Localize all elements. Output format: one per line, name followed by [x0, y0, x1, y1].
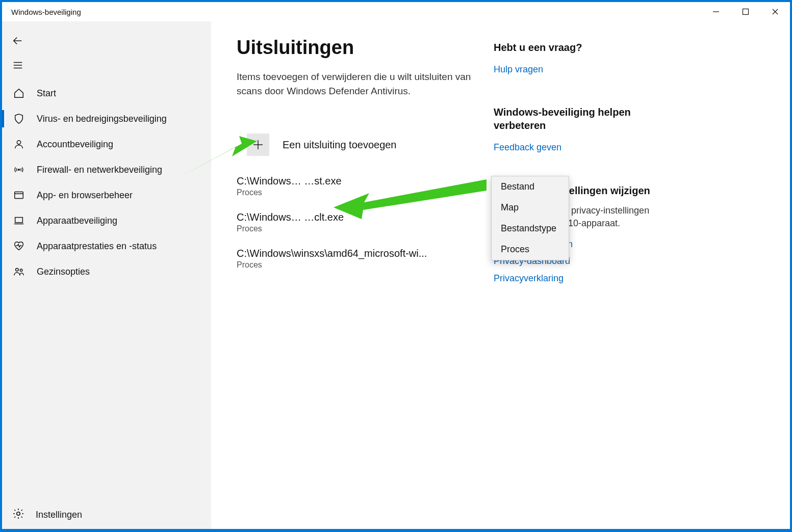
svg-point-16 — [17, 512, 20, 515]
window-controls — [701, 2, 790, 21]
gear-icon — [12, 508, 24, 522]
sidebar-item-label: Virus- en bedreigingsbeveiliging — [37, 114, 167, 124]
improve-heading: Windows-beveiliging helpen verbeteren — [494, 105, 667, 132]
exclusion-item[interactable]: C:\Windows\winsxs\amd64_microsoft-wi... … — [237, 248, 481, 270]
laptop-icon — [12, 215, 25, 226]
sidebar-item-label: Gezinsopties — [37, 267, 90, 277]
page-description: Items toevoegen of verwijderen die u wil… — [237, 70, 481, 98]
maximize-button[interactable] — [731, 2, 760, 21]
svg-rect-10 — [15, 192, 23, 199]
home-icon — [12, 88, 25, 99]
add-exclusion-row[interactable]: Een uitsluiting toevoegen — [237, 134, 481, 156]
sidebar-item-start[interactable]: Start — [2, 81, 211, 106]
sidebar-item-health[interactable]: Apparaatprestaties en -status — [2, 233, 211, 259]
sidebar-item-label: Apparaatbeveiliging — [37, 216, 117, 226]
feedback-link[interactable]: Feedback geven — [494, 139, 667, 156]
sidebar-item-label: Accountbeveiliging — [37, 139, 113, 150]
sidebar: Start Virus- en bedreigingsbeveiliging A… — [2, 21, 211, 529]
page-title: Uitsluitingen — [237, 37, 481, 59]
titlebar: Windows-beveiliging — [2, 2, 790, 21]
exclusion-type-dropdown: Bestand Map Bestandstype Proces — [491, 176, 569, 260]
people-icon — [12, 266, 25, 277]
exclusion-item[interactable]: C:\Windows… …clt.exe Proces — [237, 211, 481, 233]
sidebar-item-virus[interactable]: Virus- en bedreigingsbeveiliging — [2, 106, 211, 131]
signal-icon — [12, 164, 25, 175]
help-section: Hebt u een vraag? Hulp vragen — [494, 41, 667, 78]
sidebar-item-label: Start — [37, 88, 56, 99]
window-icon — [12, 190, 25, 201]
sidebar-item-firewall[interactable]: Firewall- en netwerkbeveiliging — [2, 157, 211, 182]
exclusion-path: C:\Windows… …st.exe — [237, 175, 456, 187]
sidebar-item-device-security[interactable]: Apparaatbeveiliging — [2, 208, 211, 233]
sidebar-item-label: App- en browserbeheer — [37, 190, 133, 201]
sidebar-item-account[interactable]: Accountbeveiliging — [2, 131, 211, 157]
add-exclusion-button[interactable] — [247, 134, 269, 156]
svg-rect-1 — [743, 9, 749, 15]
sidebar-item-label: Apparaatprestaties en -status — [37, 241, 157, 252]
help-link[interactable]: Hulp vragen — [494, 61, 667, 78]
person-icon — [12, 139, 25, 150]
exclusion-path: C:\Windows\winsxs\amd64_microsoft-wi... — [237, 248, 456, 259]
back-button[interactable] — [2, 29, 211, 53]
svg-point-14 — [16, 269, 18, 272]
hamburger-button[interactable] — [2, 53, 211, 77]
svg-rect-12 — [15, 218, 23, 223]
svg-point-8 — [17, 141, 20, 144]
help-heading: Hebt u een vraag? — [494, 41, 667, 54]
right-column: Hebt u een vraag? Hulp vragen Windows-be… — [494, 37, 667, 529]
sidebar-item-label: Firewall- en netwerkbeveiliging — [37, 165, 162, 175]
dropdown-item-filetype[interactable]: Bestandstype — [492, 218, 569, 239]
sidebar-item-family[interactable]: Gezinsopties — [2, 259, 211, 284]
main-area: Uitsluitingen Items toevoegen of verwijd… — [211, 21, 790, 529]
heart-icon — [12, 241, 25, 252]
exclusion-path: C:\Windows… …clt.exe — [237, 211, 456, 223]
plus-icon — [252, 139, 264, 151]
exclusion-type: Proces — [237, 260, 481, 270]
exclusion-type: Proces — [237, 188, 481, 197]
dropdown-item-folder[interactable]: Map — [492, 197, 569, 218]
content-column: Uitsluitingen Items toevoegen of verwijd… — [237, 37, 481, 529]
window: Windows-beveiliging Start Virus- en bedr… — [2, 2, 790, 529]
window-title: Windows-beveiliging — [11, 8, 81, 16]
sidebar-item-app-browser[interactable]: App- en browserbeheer — [2, 182, 211, 208]
dropdown-item-file[interactable]: Bestand — [492, 176, 569, 197]
sidebar-settings-label: Instellingen — [36, 510, 82, 520]
exclusion-item[interactable]: C:\Windows… …st.exe Proces — [237, 175, 481, 197]
exclusion-type: Proces — [237, 224, 481, 233]
dropdown-item-process[interactable]: Proces — [492, 239, 569, 260]
improve-section: Windows-beveiliging helpen verbeteren Fe… — [494, 105, 667, 156]
minimize-button[interactable] — [701, 2, 731, 21]
svg-point-9 — [18, 169, 20, 171]
shield-icon — [12, 113, 25, 124]
privacy-statement-link[interactable]: Privacyverklaring — [494, 270, 667, 287]
svg-point-15 — [20, 269, 22, 272]
close-button[interactable] — [760, 2, 790, 21]
sidebar-items: Start Virus- en bedreigingsbeveiliging A… — [2, 81, 211, 284]
add-exclusion-label: Een uitsluiting toevoegen — [283, 139, 397, 151]
sidebar-settings[interactable]: Instellingen — [2, 500, 211, 529]
